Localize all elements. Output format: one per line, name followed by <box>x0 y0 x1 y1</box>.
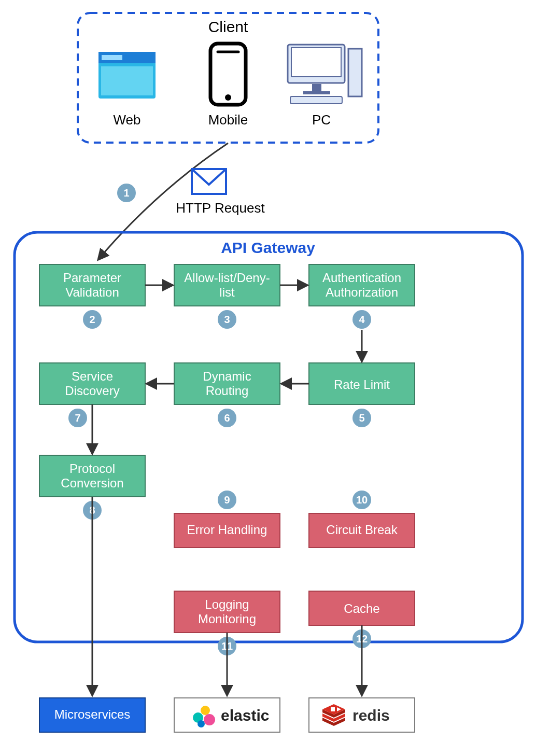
step-label-2a: Parameter <box>63 271 121 285</box>
desktop-pc-icon <box>288 45 362 104</box>
client-mobile-label: Mobile <box>208 112 248 128</box>
step-label-11b: Monitoring <box>198 612 256 626</box>
step-num-2: 2 <box>89 314 95 325</box>
sink-microservices-label: Microservices <box>54 707 131 721</box>
step-label-6b: Routing <box>206 384 249 398</box>
step-num-9: 9 <box>224 494 230 506</box>
step-num-5: 5 <box>359 412 364 424</box>
step-label-3a: Allow-list/Deny- <box>184 271 270 285</box>
step-num-1: 1 <box>123 187 129 199</box>
svg-point-6 <box>225 94 231 101</box>
svg-rect-11 <box>348 49 362 96</box>
svg-rect-8 <box>291 48 341 77</box>
step-label-12: Cache <box>344 601 379 615</box>
step-num-6: 6 <box>224 412 230 424</box>
step-label-11a: Logging <box>205 597 249 611</box>
step-num-10: 10 <box>356 494 368 506</box>
step-label-2b: Validation <box>65 285 119 299</box>
svg-rect-10 <box>303 91 330 94</box>
client-pc-label: PC <box>312 112 331 128</box>
step-label-4a: Authentication <box>322 271 401 285</box>
step-label-7b: Discovery <box>65 384 119 398</box>
api-gateway-diagram: Client Web Mobile PC 1 HTTP Request API … <box>0 0 536 756</box>
step-num-3: 3 <box>224 314 230 325</box>
step-label-6a: Dynamic <box>203 369 251 383</box>
smartphone-icon <box>210 44 246 105</box>
step-label-8a: Protocol <box>69 461 115 475</box>
client-title: Client <box>208 18 248 35</box>
client-web-label: Web <box>114 112 141 128</box>
svg-point-17 <box>198 720 205 727</box>
step-label-9: Error Handling <box>187 523 267 537</box>
svg-rect-9 <box>312 84 321 91</box>
sink-redis-label: redis <box>352 707 390 724</box>
step-label-4b: Authorization <box>326 285 398 299</box>
web-browser-icon <box>98 52 156 99</box>
step-label-10: Circuit Break <box>326 523 398 537</box>
step-label-8b: Conversion <box>61 476 123 490</box>
step-num-4: 4 <box>359 314 365 325</box>
envelope-icon <box>192 169 226 194</box>
http-request-label: HTTP Request <box>176 200 265 216</box>
step-label-3b: list <box>219 285 235 299</box>
api-gateway-title: API Gateway <box>221 239 315 256</box>
sink-elastic-label: elastic <box>221 707 269 724</box>
step-num-7: 7 <box>75 412 80 424</box>
svg-rect-22 <box>331 707 335 711</box>
svg-rect-3 <box>101 66 153 95</box>
svg-rect-12 <box>290 96 342 104</box>
svg-point-16 <box>204 714 215 725</box>
step-label-7a: Service <box>72 369 113 383</box>
svg-rect-2 <box>102 55 122 60</box>
step-label-5: Rate Limit <box>334 377 390 391</box>
svg-point-15 <box>201 706 210 715</box>
